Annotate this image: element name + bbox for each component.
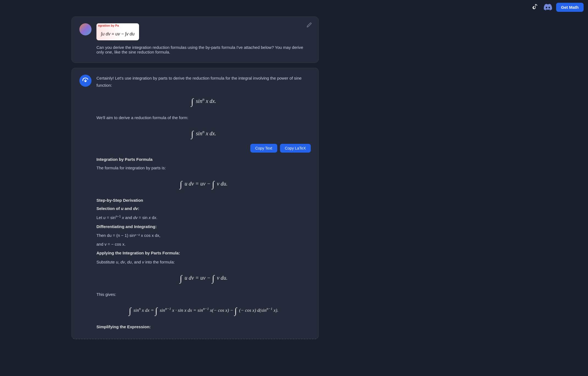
user-message: egration by Pa ∫u dv = uv − ∫v du Can yo… [79,23,311,56]
user-message-card: egration by Pa ∫u dv = uv − ∫v du Can yo… [71,16,319,63]
ai-avatar [79,75,91,87]
main-content: egration by Pa ∫u dv = uv − ∫v du Can yo… [71,0,319,355]
formula-sin-n: ∫ sinn x dx. [96,94,311,109]
selection-bold: Selection of u and dv: [96,206,139,211]
ibp-section-title: Integration by Parts Formula [96,156,311,163]
diff-text1: Then du = (n − 1) sinⁿ⁻² x cos x dx, [96,232,311,239]
ai-aim-text: We'll aim to derive a reduction formula … [96,114,311,121]
ai-message: Certainly! Let's use integration by part… [79,75,311,332]
diff-bold-line: Differentiating and Integrating: [96,223,311,230]
edit-icon[interactable] [306,22,312,29]
copy-buttons: Copy Text Copy LaTeX [96,144,311,153]
user-question-text: Can you derive the integration reduction… [96,45,311,54]
simplify-bold: Simplifying the Expression: [96,324,151,329]
copy-latex-button[interactable]: Copy LaTeX [280,144,311,153]
applying-bold-line: Applying the Integration by Parts Formul… [96,249,311,257]
selection-line: Selection of u and dv: [96,205,311,212]
user-content: egration by Pa ∫u dv = uv − ∫v du Can yo… [96,23,311,56]
formula-ibp: ∫ u dv = uv − ∫ v du. [96,176,311,192]
get-math-button[interactable]: Get Math [556,3,584,12]
gives-text: This gives: [96,291,311,298]
avatar [79,23,91,35]
tiktok-icon[interactable] [530,2,540,12]
copy-text-button[interactable]: Copy Text [250,144,277,153]
formula-expansion: ∫ sinn x dx = ∫ sinn−1 x · sin x dx = si… [96,303,311,318]
formula-aim-container: ∫ sinn x dx. Copy Text Copy LaTeX [96,126,311,153]
formula-preview: egration by Pa ∫u dv = uv − ∫v du [96,23,139,40]
ai-content: Certainly! Let's use integration by part… [96,75,311,332]
selection-text: Let u = sinn−1 x and dv = sin x dx. [96,214,311,221]
stepbystep-title: Step-by-Step Derivation [96,197,311,204]
applying-text: Substitute u, dv, du, and v into the for… [96,259,311,266]
formula-applying: ∫ u dv = uv − ∫ v du. [96,271,311,286]
applying-bold: Applying the Integration by Parts Formul… [96,251,180,255]
simplify-bold-line: Simplifying the Expression: [96,323,311,330]
topbar: Get Math [525,0,588,14]
formula-aim: ∫ sinn x dx. [96,126,311,142]
ai-message-card: Certainly! Let's use integration by part… [71,68,319,339]
diff-text2: and v = − cos x. [96,241,311,248]
ibp-section-text: The formula for integration by parts is: [96,164,311,172]
formula-preview-title: egration by Pa [98,24,119,27]
discord-icon[interactable] [543,2,553,12]
diff-bold: Differentiating and Integrating: [96,224,157,229]
ai-intro: Certainly! Let's use integration by part… [96,75,311,89]
